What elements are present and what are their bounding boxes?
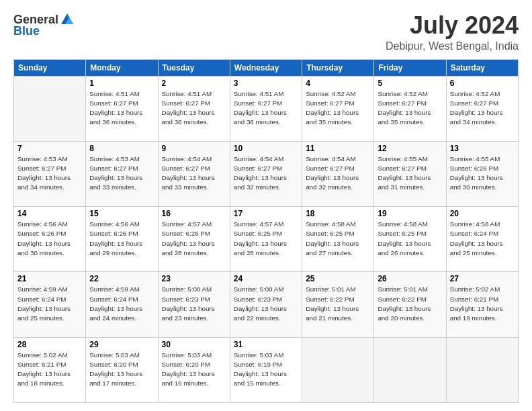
day-number: 17 (234, 209, 298, 218)
day-number: 21 (17, 274, 82, 283)
logo-blue-text: Blue (13, 24, 40, 38)
day-number: 18 (306, 209, 370, 218)
table-row: 7Sunrise: 4:53 AMSunset: 6:27 PMDaylight… (14, 141, 86, 206)
day-number: 24 (234, 274, 298, 283)
day-info: Sunrise: 4:53 AMSunset: 6:27 PMDaylight:… (17, 154, 82, 193)
day-info: Sunrise: 5:00 AMSunset: 6:23 PMDaylight:… (162, 285, 226, 323)
col-wednesday: Wednesday (230, 59, 302, 76)
day-info: Sunrise: 4:58 AMSunset: 6:25 PMDaylight:… (306, 220, 370, 258)
day-number: 5 (378, 79, 442, 88)
table-row: 23Sunrise: 5:00 AMSunset: 6:23 PMDayligh… (158, 272, 230, 337)
day-number: 16 (162, 209, 226, 218)
table-row: 14Sunrise: 4:56 AMSunset: 6:26 PMDayligh… (14, 207, 86, 272)
day-number: 28 (17, 340, 82, 349)
table-row: 25Sunrise: 5:01 AMSunset: 6:22 PMDayligh… (302, 272, 374, 337)
col-tuesday: Tuesday (158, 59, 230, 76)
day-number: 19 (378, 209, 442, 218)
day-number: 4 (306, 79, 370, 88)
day-info: Sunrise: 5:01 AMSunset: 6:22 PMDaylight:… (306, 285, 370, 323)
table-row: 15Sunrise: 4:56 AMSunset: 6:26 PMDayligh… (86, 207, 158, 272)
day-number: 3 (234, 79, 298, 88)
table-row: 26Sunrise: 5:01 AMSunset: 6:22 PMDayligh… (374, 272, 446, 337)
table-row: 20Sunrise: 4:58 AMSunset: 6:24 PMDayligh… (446, 207, 518, 272)
table-row: 27Sunrise: 5:02 AMSunset: 6:21 PMDayligh… (446, 272, 518, 337)
table-row (14, 76, 86, 141)
day-number: 11 (306, 144, 370, 153)
day-number: 31 (234, 340, 298, 349)
table-row (446, 337, 518, 402)
day-info: Sunrise: 4:54 AMSunset: 6:27 PMDaylight:… (234, 154, 298, 193)
table-row (374, 337, 446, 402)
page: General Blue July 2024 Debipur, West Ben… (0, 0, 532, 411)
day-number: 25 (306, 274, 370, 283)
day-number: 30 (162, 340, 226, 349)
day-number: 23 (162, 274, 226, 283)
day-number: 6 (450, 79, 515, 88)
day-info: Sunrise: 5:00 AMSunset: 6:23 PMDaylight:… (234, 285, 298, 323)
table-row: 8Sunrise: 4:53 AMSunset: 6:27 PMDaylight… (86, 141, 158, 206)
header-row: Sunday Monday Tuesday Wednesday Thursday… (14, 59, 519, 76)
table-row: 31Sunrise: 5:03 AMSunset: 6:19 PMDayligh… (230, 337, 302, 402)
table-row: 9Sunrise: 4:54 AMSunset: 6:27 PMDaylight… (158, 141, 230, 206)
day-number: 14 (17, 209, 82, 218)
title-block: July 2024 Debipur, West Bengal, India (386, 12, 519, 52)
table-row: 22Sunrise: 4:59 AMSunset: 6:24 PMDayligh… (86, 272, 158, 337)
table-row: 18Sunrise: 4:58 AMSunset: 6:25 PMDayligh… (302, 207, 374, 272)
day-info: Sunrise: 4:57 AMSunset: 6:26 PMDaylight:… (162, 220, 226, 258)
day-number: 10 (234, 144, 298, 153)
table-row: 6Sunrise: 4:52 AMSunset: 6:27 PMDaylight… (446, 76, 518, 141)
logo-icon (60, 12, 75, 27)
day-info: Sunrise: 4:59 AMSunset: 6:24 PMDaylight:… (89, 285, 154, 323)
day-info: Sunrise: 4:52 AMSunset: 6:27 PMDaylight:… (306, 89, 370, 128)
col-monday: Monday (86, 59, 158, 76)
table-row: 13Sunrise: 4:55 AMSunset: 6:26 PMDayligh… (446, 141, 518, 206)
day-info: Sunrise: 5:02 AMSunset: 6:21 PMDaylight:… (17, 351, 82, 389)
day-number: 27 (450, 274, 515, 283)
day-info: Sunrise: 4:55 AMSunset: 6:26 PMDaylight:… (450, 154, 515, 193)
table-row: 16Sunrise: 4:57 AMSunset: 6:26 PMDayligh… (158, 207, 230, 272)
table-row: 1Sunrise: 4:51 AMSunset: 6:27 PMDaylight… (86, 76, 158, 141)
day-number: 1 (89, 79, 154, 88)
day-info: Sunrise: 4:52 AMSunset: 6:27 PMDaylight:… (450, 89, 515, 128)
day-info: Sunrise: 5:03 AMSunset: 6:20 PMDaylight:… (162, 351, 226, 389)
day-info: Sunrise: 4:56 AMSunset: 6:26 PMDaylight:… (89, 220, 154, 258)
day-info: Sunrise: 5:02 AMSunset: 6:21 PMDaylight:… (450, 285, 515, 323)
day-info: Sunrise: 5:01 AMSunset: 6:22 PMDaylight:… (378, 285, 442, 323)
day-number: 9 (162, 144, 226, 153)
table-row: 11Sunrise: 4:54 AMSunset: 6:27 PMDayligh… (302, 141, 374, 206)
table-row: 3Sunrise: 4:51 AMSunset: 6:27 PMDaylight… (230, 76, 302, 141)
day-number: 29 (89, 340, 154, 349)
table-row: 30Sunrise: 5:03 AMSunset: 6:20 PMDayligh… (158, 337, 230, 402)
day-info: Sunrise: 4:59 AMSunset: 6:24 PMDaylight:… (17, 285, 82, 323)
day-info: Sunrise: 4:53 AMSunset: 6:27 PMDaylight:… (89, 154, 154, 193)
day-info: Sunrise: 5:03 AMSunset: 6:19 PMDaylight:… (234, 351, 298, 389)
table-row: 2Sunrise: 4:51 AMSunset: 6:27 PMDaylight… (158, 76, 230, 141)
table-row: 5Sunrise: 4:52 AMSunset: 6:27 PMDaylight… (374, 76, 446, 141)
day-info: Sunrise: 4:54 AMSunset: 6:27 PMDaylight:… (306, 154, 370, 193)
logo: General Blue (13, 12, 75, 38)
day-info: Sunrise: 4:55 AMSunset: 6:27 PMDaylight:… (378, 154, 442, 193)
day-number: 7 (17, 144, 82, 153)
day-info: Sunrise: 4:58 AMSunset: 6:24 PMDaylight:… (450, 220, 515, 258)
day-info: Sunrise: 4:56 AMSunset: 6:26 PMDaylight:… (17, 220, 82, 258)
col-sunday: Sunday (14, 59, 86, 76)
table-row: 29Sunrise: 5:03 AMSunset: 6:20 PMDayligh… (86, 337, 158, 402)
day-number: 13 (450, 144, 515, 153)
table-row: 10Sunrise: 4:54 AMSunset: 6:27 PMDayligh… (230, 141, 302, 206)
day-info: Sunrise: 4:52 AMSunset: 6:27 PMDaylight:… (378, 89, 442, 128)
day-number: 12 (378, 144, 442, 153)
day-info: Sunrise: 4:58 AMSunset: 6:25 PMDaylight:… (378, 220, 442, 258)
day-number: 2 (162, 79, 226, 88)
table-row: 19Sunrise: 4:58 AMSunset: 6:25 PMDayligh… (374, 207, 446, 272)
col-saturday: Saturday (446, 59, 518, 76)
table-row: 28Sunrise: 5:02 AMSunset: 6:21 PMDayligh… (14, 337, 86, 402)
table-row: 4Sunrise: 4:52 AMSunset: 6:27 PMDaylight… (302, 76, 374, 141)
day-number: 26 (378, 274, 442, 283)
col-thursday: Thursday (302, 59, 374, 76)
table-row: 12Sunrise: 4:55 AMSunset: 6:27 PMDayligh… (374, 141, 446, 206)
day-info: Sunrise: 4:51 AMSunset: 6:27 PMDaylight:… (162, 89, 226, 128)
calendar-table: Sunday Monday Tuesday Wednesday Thursday… (13, 59, 519, 403)
main-title: July 2024 (386, 12, 519, 39)
table-row: 24Sunrise: 5:00 AMSunset: 6:23 PMDayligh… (230, 272, 302, 337)
table-row: 21Sunrise: 4:59 AMSunset: 6:24 PMDayligh… (14, 272, 86, 337)
